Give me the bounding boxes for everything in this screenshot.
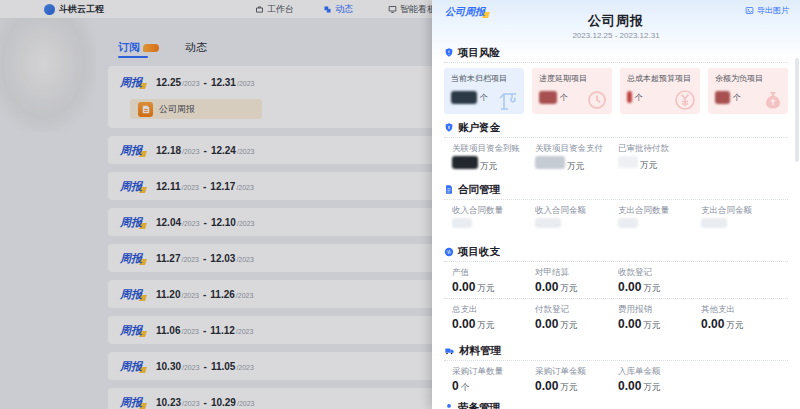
redacted-value xyxy=(452,156,478,169)
risk-card-over-budget: 总成本超预算项目 个 xyxy=(620,68,700,114)
clock-icon xyxy=(585,88,609,112)
redacted-value xyxy=(701,218,727,228)
section-materials: 材料管理 采购订单数量 0个 采购订单金额 0.00万元 入库单金额 0.00万… xyxy=(432,345,800,393)
crane-icon xyxy=(497,88,521,112)
truck-icon xyxy=(444,346,455,356)
redacted-value xyxy=(618,218,638,228)
stat-output-value: 产值 0.00万元 xyxy=(452,267,535,294)
image-icon xyxy=(745,6,754,15)
divider xyxy=(444,199,788,200)
stat-other-expense: 其他支出 0.00万元 xyxy=(701,304,784,331)
export-image-button[interactable]: 导出图片 xyxy=(745,5,789,16)
stat-income-contract-count: 收入合同数量 xyxy=(452,205,535,232)
shield-alert-icon xyxy=(444,47,454,58)
section-account-funds: 账户资金 关联项目资金到账 万元 关联项目资金支付 万元 已审批待付款 万元 xyxy=(432,122,800,170)
drawer-scrollbar[interactable] xyxy=(795,58,799,162)
stat-expense-reimbursement: 费用报销 0.00万元 xyxy=(618,304,701,331)
modal-dim-overlay xyxy=(0,0,433,409)
money-bag-icon xyxy=(761,88,785,112)
stat-purchase-order-amount: 采购订单金额 0.00万元 xyxy=(535,366,618,393)
divider xyxy=(444,137,788,138)
redacted-value xyxy=(451,91,477,104)
redacted-value xyxy=(627,91,632,103)
redacted-value xyxy=(452,218,472,228)
stat-funds-received: 关联项目资金到账 万元 xyxy=(452,143,535,170)
redacted-value xyxy=(535,218,561,228)
stat-receipt-registration: 收款登记 0.00万元 xyxy=(618,267,701,294)
risk-card-delayed: 进度延期项目 个 xyxy=(532,68,612,114)
yen-icon xyxy=(673,88,697,112)
section-project-income-expense: 项目收支 产值 0.00万元 对甲结算 0.00万元 收款登记 0.00万元 总… xyxy=(432,246,800,331)
stat-inbound-receipt-amount: 入库单金额 0.00万元 xyxy=(618,366,701,393)
redacted-value xyxy=(618,156,638,168)
redacted-value xyxy=(539,91,557,104)
stat-expense-contract-count: 支出合同数量 xyxy=(618,205,701,232)
stat-approved-pending: 已审批待付款 万元 xyxy=(618,143,701,170)
risk-card-unarchived: 当前未归档项目 个 xyxy=(444,68,524,114)
stat-settlement-party-a: 对甲结算 0.00万元 xyxy=(535,267,618,294)
company-weekly-report-drawer: 公司周报 导出图片 公司周报 2023.12.25 - 2023.12.31 项… xyxy=(432,0,800,409)
divider xyxy=(444,298,788,299)
transfer-circle-icon xyxy=(444,247,454,257)
stat-expense-contract-amount: 支出合同金额 xyxy=(701,205,784,232)
section-labor: 劳务管理 xyxy=(432,402,800,409)
divider xyxy=(444,360,788,361)
stat-total-expense: 总支出 0.00万元 xyxy=(452,304,535,331)
redacted-value xyxy=(535,156,565,169)
drawer-corner-title: 公司周报 xyxy=(445,5,485,19)
section-project-risk: 项目风险 当前未归档项目 个 进度延期项目 个 总成本超预算项目 个 余额为负项… xyxy=(432,47,800,114)
risk-card-negative-balance: 余额为负项目 个 xyxy=(708,68,788,114)
redacted-value xyxy=(715,91,730,104)
shield-yen-icon xyxy=(444,122,454,133)
contract-doc-icon xyxy=(444,184,454,195)
stat-income-contract-amount: 收入合同金额 xyxy=(535,205,618,232)
stat-purchase-order-count: 采购订单数量 0个 xyxy=(452,366,535,393)
stat-payment-registration: 付款登记 0.00万元 xyxy=(535,304,618,331)
divider xyxy=(444,261,788,262)
divider xyxy=(444,62,788,63)
section-contracts: 合同管理 收入合同数量 收入合同金额 支出合同数量 支出合同金额 xyxy=(432,184,800,232)
person-icon xyxy=(444,403,454,409)
stat-funds-paid: 关联项目资金支付 万元 xyxy=(535,143,618,170)
report-date-range: 2023.12.25 - 2023.12.31 xyxy=(432,31,800,40)
